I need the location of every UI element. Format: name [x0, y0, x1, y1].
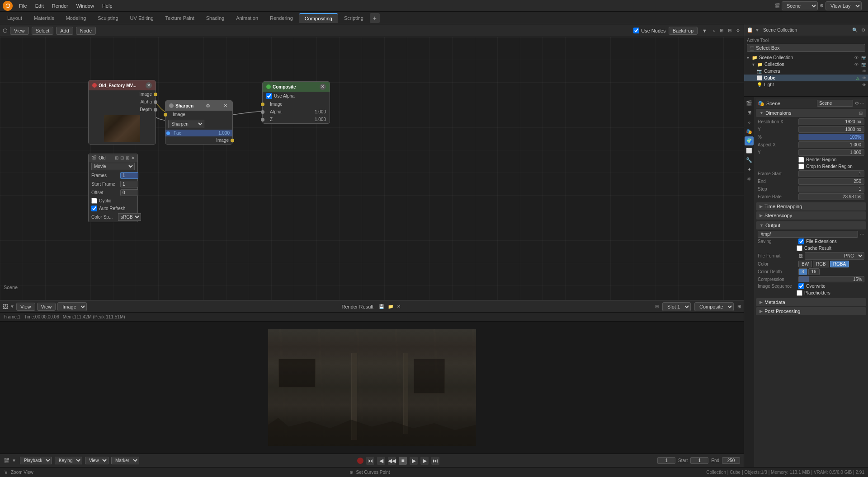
placeholders-checkbox[interactable]	[797, 290, 802, 296]
time-remapping-header[interactable]: ▶ Time Remapping	[756, 202, 866, 210]
file-extensions-toggle[interactable]: File Extensions	[798, 238, 837, 244]
prop-tab-view-layer[interactable]: ⬦	[745, 117, 754, 126]
viewer-image-select[interactable]: Image	[57, 302, 87, 311]
tab-sculpting[interactable]: Sculpting	[92, 14, 123, 23]
dimensions-header[interactable]: ▼ Dimensions ⊟	[756, 109, 866, 117]
prop-tab-scene[interactable]: 🎭	[745, 127, 754, 136]
record-button[interactable]	[357, 458, 363, 464]
frame-start-value[interactable]: 1	[798, 170, 864, 177]
cache-result-toggle[interactable]: Cache Result	[797, 245, 831, 251]
prop-tab-world[interactable]: 🌍	[745, 136, 754, 145]
composite-node[interactable]: Composite ✕ Use Alpha Image	[262, 81, 330, 124]
color-depth-8-btn[interactable]: 8	[798, 268, 807, 275]
color-depth-16-btn[interactable]: 16	[808, 268, 820, 275]
light-item[interactable]: 💡 Light 👁	[744, 81, 868, 88]
viewer-slot-select[interactable]: Slot 1	[662, 302, 691, 311]
res-y-value[interactable]: 1080 px	[798, 126, 864, 133]
eye-icon-1[interactable]: 👁	[854, 56, 859, 60]
composite-z-socket[interactable]	[261, 118, 264, 122]
sharpen-node[interactable]: Sharpen ⚙ ✕ Image Sharpen	[165, 100, 233, 145]
source-close[interactable]: ✕	[131, 155, 135, 160]
render-region-toggle[interactable]: Render Region	[798, 157, 836, 163]
tab-compositing[interactable]: Compositing	[299, 13, 338, 23]
add-menu[interactable]: Add	[56, 27, 73, 35]
composite-use-alpha-check[interactable]	[266, 93, 272, 99]
old-factory-close[interactable]: ✕	[146, 82, 152, 89]
tab-shading[interactable]: Shading	[201, 14, 230, 23]
node-icon-3[interactable]: ⊟	[728, 28, 731, 33]
start-frame-input[interactable]	[690, 457, 708, 464]
viewer-view-menu[interactable]: View	[16, 303, 35, 311]
res-x-value[interactable]: 1920 px	[798, 118, 864, 125]
tab-animation[interactable]: Animation	[231, 14, 264, 23]
frame-end-value[interactable]: 250	[798, 178, 864, 185]
node-icon-2[interactable]: ⊞	[720, 28, 723, 33]
composite-alpha-socket[interactable]	[261, 110, 264, 114]
source-type-select[interactable]: Movie	[91, 163, 135, 170]
prop-tab-physics[interactable]: ⚛	[745, 174, 754, 183]
sharpen-image-out-socket[interactable]	[231, 139, 234, 142]
crop-toggle[interactable]: Crop to Render Region	[798, 164, 853, 169]
scene-collection-arrow[interactable]: ▼	[746, 56, 750, 60]
sharpen-close[interactable]: ✕	[222, 103, 229, 109]
render-icon-1[interactable]: 📷	[861, 56, 866, 60]
cache-result-checkbox[interactable]	[797, 245, 802, 251]
view-layer-selector[interactable]: View Layer	[826, 1, 862, 10]
render-icon-2[interactable]: 📷	[861, 62, 866, 67]
composite-close[interactable]: ✕	[320, 84, 326, 90]
jump-start-button[interactable]: ⏮	[366, 457, 374, 465]
source-auto-refresh-checkbox[interactable]	[91, 206, 97, 211]
outliner-search-icon[interactable]: 🔍	[852, 28, 858, 33]
viewer-close-icon[interactable]: ✕	[397, 304, 401, 309]
tab-materials[interactable]: Materials	[28, 14, 60, 23]
aspect-x-value[interactable]: 1.000	[798, 141, 864, 148]
render-region-checkbox[interactable]	[798, 157, 804, 163]
sharpen-fac-row[interactable]: Fac 1.000	[165, 130, 232, 136]
source-icon-1[interactable]: ⊞	[115, 155, 118, 160]
viewer-composite-select[interactable]: Composite	[694, 302, 734, 311]
tab-layout[interactable]: Layout	[2, 14, 28, 23]
eye-icon-4[interactable]: 👁	[862, 76, 866, 80]
end-frame-input[interactable]	[722, 457, 740, 464]
color-bw-btn[interactable]: BW	[798, 261, 812, 267]
source-frames-input[interactable]	[120, 172, 138, 179]
select-menu[interactable]: Select	[32, 27, 54, 35]
output-path-input[interactable]	[758, 231, 858, 238]
cube-item[interactable]: ⬜ Cube △ 👁	[744, 75, 868, 81]
menu-file[interactable]: File	[15, 2, 31, 9]
old-factory-depth-socket[interactable]	[154, 108, 157, 112]
post-processing-header[interactable]: ▶ Post Processing	[756, 307, 866, 315]
stereoscopy-header[interactable]: ▶ Stereoscopy	[756, 211, 866, 220]
viewer-display-icon[interactable]: ⊞	[737, 304, 741, 309]
stop-button[interactable]: ■	[399, 457, 407, 465]
prop-tab-particles[interactable]: ✦	[745, 165, 754, 174]
use-nodes-checkbox[interactable]	[633, 28, 639, 33]
menu-window[interactable]: Window	[73, 2, 98, 9]
add-workspace-button[interactable]: +	[370, 13, 380, 23]
color-rgb-btn[interactable]: RGB	[813, 261, 829, 267]
frame-back-button[interactable]: ◀	[377, 457, 385, 465]
outliner-filter-icon[interactable]: ⚙	[861, 28, 865, 33]
composite-image-socket[interactable]	[261, 103, 264, 106]
color-rgba-btn[interactable]: RGBA	[830, 261, 849, 267]
source-cyclic-checkbox[interactable]	[91, 198, 97, 204]
frame-rate-value[interactable]: 23.98 fps	[798, 193, 864, 200]
view-dropdown[interactable]: View	[85, 457, 108, 464]
backdrop-btn[interactable]: Backdrop	[669, 27, 698, 35]
play-button[interactable]: ▶	[410, 457, 418, 465]
prop-tab-output[interactable]: ⊞	[745, 108, 754, 117]
viewer-view-menu-2[interactable]: View	[37, 303, 56, 311]
scene-name-input[interactable]	[817, 100, 853, 107]
output-path-icon[interactable]: ⋯	[860, 232, 864, 237]
camera-item[interactable]: 📷 Camera 👁	[744, 68, 868, 75]
menu-help[interactable]: Help	[99, 2, 116, 9]
sharpen-image-in-socket[interactable]	[164, 113, 167, 117]
marker-dropdown[interactable]: Marker	[111, 457, 139, 464]
overwrite-toggle[interactable]: Overwrite	[798, 283, 826, 289]
eye-icon-3[interactable]: 👁	[862, 69, 866, 74]
current-frame-input[interactable]	[657, 457, 675, 464]
source-start-frame-input[interactable]	[120, 181, 138, 187]
select-box-item[interactable]: ⬚ Select Box	[747, 44, 865, 52]
tab-texture-paint[interactable]: Texture Paint	[160, 14, 200, 23]
menu-render[interactable]: Render	[48, 2, 72, 9]
